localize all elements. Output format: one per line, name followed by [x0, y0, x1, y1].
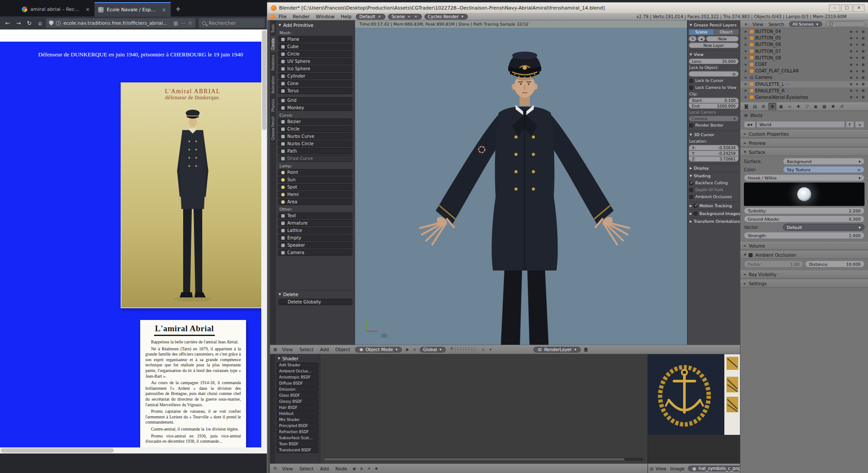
- layer-toggle-grid[interactable]: [450, 347, 476, 352]
- close-button[interactable]: ×: [853, 4, 865, 12]
- reload-icon[interactable]: ↻: [24, 20, 34, 26]
- delete-globally-button[interactable]: Delete Globally: [278, 299, 352, 305]
- mode-selector[interactable]: ▣Object Mode▾: [355, 347, 402, 352]
- translucent-bsdf-node-button[interactable]: Translucent BSDF: [276, 447, 319, 453]
- motion-tracking-panel-header[interactable]: ▶Motion Tracking: [689, 202, 739, 209]
- add-armature-button[interactable]: Armature: [278, 220, 352, 226]
- subsurface-scattering-node-button[interactable]: Subsurface Scat...: [276, 435, 319, 441]
- tab-object-icon[interactable]: ▣: [777, 103, 785, 110]
- menu-file[interactable]: File: [276, 14, 289, 20]
- render-layer-selector[interactable]: ▤RenderLayer▾: [533, 347, 581, 352]
- draw-curve-button[interactable]: Draw Curve: [278, 155, 352, 162]
- outliner-item-epaulette-r[interactable]: ▶ EPAULETTE_R⚙ ●◆■: [740, 88, 868, 94]
- outliner-item-button04[interactable]: ▶ BUTTON_04 ●◆■: [740, 28, 868, 35]
- tab-render-icon[interactable]: ◙: [742, 103, 750, 110]
- vertical-scrollbar[interactable]: [261, 29, 267, 453]
- horizontal-scrollbar[interactable]: [0, 447, 261, 453]
- view-menu[interactable]: View: [279, 466, 296, 471]
- outliner-item-coat-flat-collar[interactable]: ▶ COAT_FLAT_COLLAR ●◆■: [740, 68, 868, 74]
- unlink-button[interactable]: ×: [855, 121, 865, 128]
- lock-to-cursor-checkbox[interactable]: Lock to Cursor: [689, 78, 738, 84]
- custom-properties-panel-header[interactable]: ►Custom Properties: [740, 130, 868, 138]
- opengl-render-icon[interactable]: ◙: [582, 346, 589, 352]
- add-sun-lamp-button[interactable]: Sun: [278, 176, 352, 183]
- tab-render-layers-icon[interactable]: ▤: [751, 103, 759, 110]
- browse-world-icon[interactable]: ⊕▾: [744, 121, 756, 128]
- tracking-shield-icon[interactable]: [49, 20, 53, 26]
- shader-type-lamp-icon[interactable]: ☀: [365, 466, 372, 472]
- node-editor[interactable]: ▼ Shader Add Shader Ambient Occlus... An…: [270, 354, 648, 473]
- image-menu[interactable]: Image: [668, 466, 686, 471]
- add-menu[interactable]: Add: [317, 347, 332, 352]
- add-nurbs-curve-button[interactable]: Nurbs Curve: [278, 133, 352, 140]
- turbidity-slider[interactable]: Turbidity:2.200: [744, 207, 865, 214]
- refraction-bsdf-node-button[interactable]: Refraction BSDF: [276, 429, 319, 435]
- add-shader-node-button[interactable]: Add Shader: [276, 362, 319, 368]
- editor-type-icon[interactable]: ▤: [650, 466, 654, 472]
- add-cone-button[interactable]: Cone: [278, 80, 352, 87]
- transform-orientation-selector[interactable]: Global▾: [420, 347, 446, 352]
- ambient-occlusion-panel-header[interactable]: ▼ Ambient Occlusion: [740, 251, 868, 259]
- add-cube-button[interactable]: Cube: [278, 43, 352, 50]
- local-camera-field[interactable]: Camera▾: [689, 116, 739, 121]
- outliner-item-button06[interactable]: ▶ BUTTON_06 ●◆■: [740, 41, 868, 48]
- add-path-button[interactable]: Path: [278, 148, 352, 154]
- anisotropic-bsdf-node-button[interactable]: Anisotropic BSDF: [276, 375, 319, 380]
- render-engine-selector[interactable]: Cycles Render▾: [424, 14, 468, 20]
- search-menu[interactable]: Search: [766, 22, 786, 27]
- view-menu[interactable]: View: [654, 466, 668, 471]
- view-menu[interactable]: View: [750, 22, 766, 27]
- shading-panel-header[interactable]: ▼Shading: [689, 172, 739, 179]
- back-icon[interactable]: ←: [3, 20, 13, 26]
- tab-particles-icon[interactable]: ✱: [829, 103, 837, 110]
- cursor-y-field[interactable]: Y:-0.24259: [689, 150, 739, 156]
- tab-google-search[interactable]: amiral abrial – Recherche Goog ×: [18, 2, 95, 16]
- menu-window[interactable]: Window: [313, 14, 338, 20]
- add-area-lamp-button[interactable]: Area: [278, 199, 352, 205]
- viewport-3d[interactable]: (0) Time:00:17.42 | Mem:866.83M, Peak:89…: [355, 20, 687, 345]
- outliner-item-camera[interactable]: ▶ Camera ●◆■: [740, 74, 868, 81]
- ao-checkbox[interactable]: [749, 253, 753, 257]
- fake-user-button[interactable]: F: [846, 121, 854, 128]
- pencil-icon[interactable]: ✎: [689, 36, 697, 42]
- screen-layout-selector[interactable]: Default×: [356, 14, 385, 20]
- select-menu[interactable]: Select: [296, 466, 316, 471]
- background-images-panel-header[interactable]: ▶Background Images: [689, 209, 739, 217]
- sky-model-selector[interactable]: Hosek / Wilkie▾: [744, 174, 865, 181]
- minimize-button[interactable]: –: [829, 4, 840, 12]
- add-plane-button[interactable]: Plane: [278, 36, 352, 42]
- url-text[interactable]: ecole.nav.traditions.free.fr/officiers_a…: [63, 20, 171, 26]
- tab-modifiers-icon[interactable]: ✚: [794, 103, 802, 110]
- ground-albedo-slider[interactable]: Ground Albedo:0.300: [744, 215, 865, 222]
- shelf-tab-create[interactable]: Create: [271, 36, 276, 52]
- cursor-z-field[interactable]: Z:3.72661: [689, 156, 739, 162]
- scene-selector[interactable]: Scene+×: [388, 14, 422, 20]
- blender-titlebar[interactable]: Blender* [C:\Users\Francois\Desktop\Prod…: [267, 3, 868, 13]
- tab-ecole-navale[interactable]: Ecole Navale / Espace tradition ×: [95, 2, 171, 16]
- gp-source-toggle[interactable]: Scene Object: [689, 29, 739, 35]
- forward-icon[interactable]: →: [13, 20, 23, 26]
- principled-bsdf-node-button[interactable]: Principled BSDF: [276, 423, 319, 429]
- scrollbar-thumb[interactable]: [324, 458, 625, 460]
- glass-bsdf-node-button[interactable]: Glass BSDF: [276, 393, 319, 398]
- gp-new-button[interactable]: New: [706, 36, 739, 42]
- editor-type-icon[interactable]: ⧉: [272, 466, 279, 472]
- shelf-tab-tools[interactable]: Tools: [271, 22, 276, 35]
- add-cylinder-button[interactable]: Cylinder: [278, 73, 352, 79]
- ao-distance-slider[interactable]: Distance:10.000: [805, 261, 865, 267]
- tab-material-icon[interactable]: ◉: [812, 103, 820, 110]
- shader-type-world-icon[interactable]: ⊕: [358, 466, 365, 472]
- render-border-checkbox[interactable]: Render Border: [689, 122, 738, 128]
- mix-shader-node-button[interactable]: Mix Shader: [276, 417, 319, 423]
- outliner-search-field[interactable]: [826, 21, 866, 27]
- image-editor[interactable]: ▤ View Image ▦hat_symbols_c_png×: [648, 354, 740, 473]
- eraser-icon[interactable]: ◂: [697, 36, 705, 42]
- tab-world-icon[interactable]: ⊕: [768, 103, 776, 110]
- viewport-shading-icon[interactable]: ◉: [404, 346, 411, 352]
- tab-close-icon[interactable]: ×: [161, 7, 167, 13]
- holdout-node-button[interactable]: Holdout: [276, 411, 319, 417]
- bookmark-star-icon[interactable]: ☆: [188, 20, 192, 26]
- display-mode-selector[interactable]: All Scenes▾: [789, 21, 822, 27]
- add-torus-button[interactable]: Torus: [278, 88, 352, 94]
- blender-menu-icon[interactable]: [270, 14, 275, 19]
